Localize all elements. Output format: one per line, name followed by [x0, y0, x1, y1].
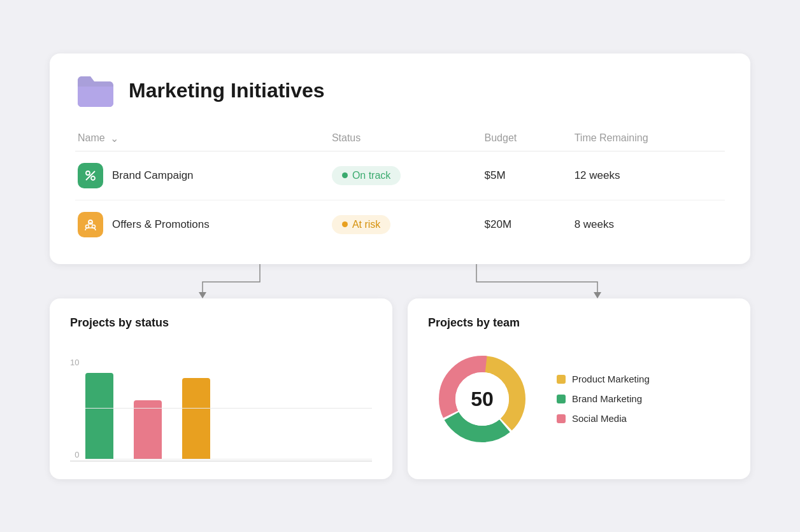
- row-icon-1: [78, 212, 103, 237]
- cell-status-0: On track: [322, 151, 475, 200]
- donut-wrap: 50: [428, 345, 536, 453]
- bars-container: [85, 358, 372, 459]
- cell-budget-0: $5M: [475, 151, 564, 200]
- row-name-text-1: Offers & Promotions: [112, 218, 210, 231]
- donut-chart-card: Projects by team 50: [408, 298, 750, 479]
- row-icon-0: [78, 163, 103, 188]
- bottom-cards: Projects by status 10 0: [50, 298, 750, 479]
- y-label-bottom: 0: [70, 450, 79, 459]
- y-axis: 10 0: [70, 358, 79, 459]
- cell-budget-1: $20M: [475, 200, 564, 249]
- legend-item-brand: Brand Marketing: [557, 393, 650, 404]
- legend-dot-product: [557, 375, 566, 384]
- connector-arrows: [50, 264, 750, 298]
- col-time: Time Remaining: [564, 126, 725, 151]
- legend-label-social: Social Media: [572, 413, 627, 424]
- cell-time-0: 12 weeks: [564, 151, 725, 200]
- legend-item-product: Product Marketing: [557, 374, 650, 384]
- status-badge-1: At risk: [332, 215, 390, 234]
- col-status: Status: [322, 126, 475, 151]
- donut-chart-title: Projects by team: [428, 316, 730, 330]
- bar-chart-area: 10 0: [70, 345, 372, 459]
- legend-dot-social: [557, 414, 566, 423]
- data-table: Name ⌄ Status Budget Time Remaining Bran…: [75, 126, 725, 249]
- bar-1: [85, 373, 113, 459]
- bar-chart-card: Projects by status 10 0: [50, 298, 392, 479]
- svg-marker-7: [594, 292, 601, 298]
- svg-marker-6: [199, 292, 206, 298]
- legend-dot-brand: [557, 395, 566, 403]
- col-name: Name ⌄: [75, 126, 322, 151]
- bar-2-wrap: [134, 358, 162, 459]
- bar-1-wrap: [85, 358, 113, 459]
- donut-area: 50 Product Marketing Brand Marketing Soc…: [428, 345, 730, 453]
- cell-status-1: At risk: [322, 200, 475, 249]
- main-container: Marketing Initiatives Name ⌄ Status Budg…: [50, 53, 750, 479]
- svg-point-1: [91, 176, 95, 180]
- status-dot-1: [342, 221, 348, 227]
- legend-label-product: Product Marketing: [572, 374, 650, 384]
- y-label-top: 10: [70, 358, 79, 367]
- top-card: Marketing Initiatives Name ⌄ Status Budg…: [50, 53, 750, 264]
- cell-name-0: Brand Campaign: [75, 151, 322, 200]
- bar-2: [134, 400, 162, 459]
- col-budget: Budget: [475, 126, 564, 151]
- svg-line-2: [86, 171, 95, 180]
- status-badge-0: On track: [332, 166, 401, 185]
- status-dot-0: [342, 172, 348, 178]
- x-baseline: [70, 461, 372, 461]
- page-title: Marketing Initiatives: [129, 79, 325, 102]
- row-name-text-0: Brand Campaign: [112, 169, 194, 182]
- cell-time-1: 8 weeks: [564, 200, 725, 249]
- donut-center-value: 50: [471, 387, 494, 410]
- bar-3: [182, 378, 210, 459]
- donut-legend: Product Marketing Brand Marketing Social…: [557, 374, 650, 424]
- legend-item-social: Social Media: [557, 413, 650, 424]
- legend-label-brand: Brand Marketing: [572, 393, 642, 404]
- table-row: Offers & Promotions At risk $20M 8 weeks: [75, 200, 725, 249]
- table-header-row: Name ⌄ Status Budget Time Remaining: [75, 126, 725, 151]
- cell-name-1: Offers & Promotions: [75, 200, 322, 249]
- bar-chart-title: Projects by status: [70, 316, 372, 330]
- table-row: Brand Campaign On track $5M 12 weeks: [75, 151, 725, 200]
- folder-icon: [75, 74, 116, 108]
- bar-3-wrap: [182, 358, 210, 459]
- chevron-down-icon[interactable]: ⌄: [110, 132, 118, 144]
- header: Marketing Initiatives: [75, 74, 725, 108]
- svg-point-0: [86, 171, 90, 175]
